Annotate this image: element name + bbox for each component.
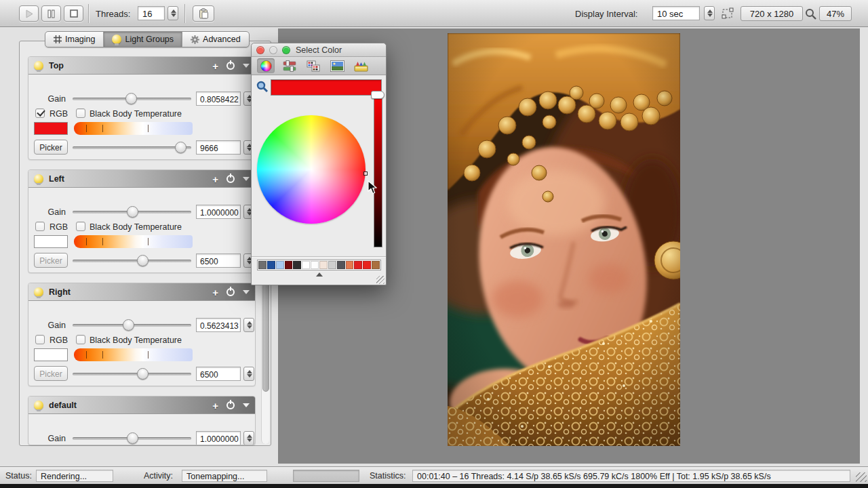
color-swatch[interactable] <box>34 348 68 361</box>
sliders-mode-button[interactable] <box>281 58 298 73</box>
add-lightgroup-icon[interactable]: + <box>212 401 218 411</box>
zoom-level-display[interactable]: 47% <box>819 6 852 21</box>
rgb-checkbox[interactable] <box>35 222 45 231</box>
brightness-slider[interactable] <box>374 94 382 247</box>
color-swatch[interactable] <box>267 261 275 269</box>
chevron-down-icon[interactable] <box>243 177 250 181</box>
fit-resolution-button[interactable] <box>722 7 734 20</box>
color-swatch[interactable] <box>285 261 293 269</box>
slider-thumb[interactable] <box>137 368 149 380</box>
group-header[interactable]: default + <box>28 396 255 414</box>
picker-button[interactable]: Picker <box>34 253 68 268</box>
picker-stepper[interactable] <box>243 367 254 381</box>
brightness-slider-thumb[interactable] <box>371 91 384 99</box>
pause-button[interactable] <box>41 5 61 22</box>
slider-thumb[interactable] <box>175 142 186 153</box>
slider-thumb[interactable] <box>127 206 138 218</box>
tab-advanced[interactable]: Advanced <box>182 32 249 47</box>
color-swatch[interactable] <box>319 261 328 269</box>
group-header[interactable]: Right + <box>28 283 255 301</box>
color-swatch[interactable] <box>302 261 310 269</box>
gain-stepper[interactable] <box>243 431 254 445</box>
slider-thumb[interactable] <box>125 93 137 104</box>
crayons-mode-button[interactable] <box>352 58 370 73</box>
color-swatch[interactable] <box>293 261 301 269</box>
magnifier-picker-button[interactable] <box>256 81 269 93</box>
add-lightgroup-icon[interactable]: + <box>212 287 218 298</box>
picker-value-field[interactable]: 9666 <box>196 140 241 155</box>
power-toggle-icon[interactable] <box>226 175 235 183</box>
color-swatch[interactable] <box>34 235 68 248</box>
slider-thumb[interactable] <box>127 432 138 444</box>
tab-imaging[interactable]: Imaging <box>45 32 104 47</box>
picker-value-field[interactable]: 6500 <box>196 367 241 381</box>
color-swatch[interactable] <box>34 122 68 135</box>
stop-button[interactable] <box>64 5 83 22</box>
picker-value-field[interactable]: 6500 <box>196 253 241 268</box>
group-header[interactable]: Top + <box>28 57 255 75</box>
add-lightgroup-icon[interactable]: + <box>212 61 218 71</box>
gain-row: Gain 0.5623413 <box>28 317 256 333</box>
picker-slider[interactable] <box>73 260 191 262</box>
palettes-mode-button[interactable] <box>304 58 322 73</box>
gain-slider[interactable] <box>73 98 191 100</box>
slider-thumb[interactable] <box>123 319 134 331</box>
tab-light-groups[interactable]: Light Groups <box>104 32 182 47</box>
color-swatch[interactable] <box>363 261 371 269</box>
color-wheel-marker[interactable] <box>363 171 368 176</box>
copy-button[interactable] <box>193 5 214 22</box>
display-interval-input[interactable]: 10 sec <box>652 6 700 20</box>
chevron-down-icon[interactable] <box>243 64 250 68</box>
picker-slider[interactable] <box>73 373 191 375</box>
slider-thumb[interactable] <box>137 255 149 266</box>
gain-value-field[interactable]: 1.0000000 <box>196 205 241 219</box>
blackbody-gradient-bar[interactable] <box>74 122 193 135</box>
color-swatch[interactable] <box>328 261 336 269</box>
resolution-display[interactable]: 488 x 868 <box>741 6 803 21</box>
picker-button[interactable]: Picker <box>34 140 68 155</box>
gain-value-field[interactable]: 1.0000000 <box>196 431 241 445</box>
picker-button[interactable]: Picker <box>34 366 68 381</box>
window-resize-grip[interactable] <box>856 472 867 482</box>
statistics-value: 00:01:40 – 16 Threads: 4.14 S/p 38.65 kS… <box>412 470 850 482</box>
power-toggle-icon[interactable] <box>226 62 235 70</box>
blackbody-gradient-bar[interactable] <box>74 348 193 361</box>
gain-value-field[interactable]: 0.5623413 <box>196 318 241 332</box>
color-swatch[interactable] <box>276 261 284 269</box>
color-swatch[interactable] <box>258 261 267 269</box>
power-toggle-icon[interactable] <box>226 401 235 409</box>
color-swatch[interactable] <box>311 261 319 269</box>
chevron-down-icon[interactable] <box>243 290 250 294</box>
threads-input[interactable]: 16 <box>138 6 165 20</box>
bbt-checkbox[interactable] <box>76 335 85 344</box>
gain-slider[interactable] <box>73 324 191 327</box>
dialog-resize-grip[interactable] <box>376 276 384 284</box>
swatch-drawer-toggle-icon[interactable] <box>316 272 323 277</box>
bbt-checkbox[interactable] <box>76 222 85 231</box>
blackbody-gradient-bar[interactable] <box>74 235 193 248</box>
threads-stepper[interactable] <box>167 6 178 20</box>
color-wheel-mode-button[interactable] <box>257 58 275 73</box>
add-lightgroup-icon[interactable]: + <box>212 174 218 184</box>
color-swatch[interactable] <box>354 261 362 269</box>
play-button[interactable] <box>19 5 39 22</box>
gain-slider[interactable] <box>73 211 191 214</box>
group-header[interactable]: Left + <box>28 170 255 188</box>
color-swatch[interactable] <box>372 261 380 269</box>
gain-value-field[interactable]: 0.8058422 <box>196 92 241 106</box>
zoom-button[interactable] <box>805 8 816 20</box>
image-palettes-mode-button[interactable] <box>328 58 346 73</box>
picker-slider[interactable] <box>73 146 191 149</box>
gain-stepper[interactable] <box>243 318 254 332</box>
rgb-checkbox[interactable] <box>35 335 45 344</box>
color-swatch[interactable] <box>337 261 345 269</box>
color-wheel[interactable] <box>257 115 366 224</box>
color-swatch[interactable] <box>346 261 354 269</box>
bbt-checkbox[interactable] <box>76 108 85 118</box>
display-interval-stepper[interactable] <box>704 6 715 20</box>
gain-slider[interactable] <box>73 437 191 440</box>
rgb-checkbox[interactable] <box>35 108 45 118</box>
chevron-down-icon[interactable] <box>243 403 250 407</box>
power-toggle-icon[interactable] <box>226 288 235 296</box>
dialog-titlebar[interactable]: Select Color <box>252 43 386 57</box>
